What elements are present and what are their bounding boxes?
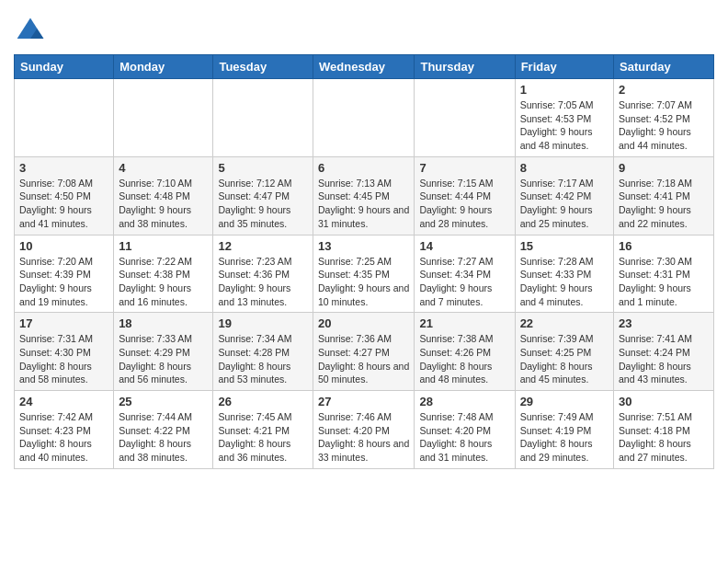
day-info: Sunrise: 7:28 AMSunset: 4:33 PMDaylight:… xyxy=(520,255,609,309)
calendar-cell xyxy=(313,79,415,157)
day-number: 10 xyxy=(19,239,108,253)
day-number: 15 xyxy=(520,239,609,253)
day-number: 7 xyxy=(419,161,509,175)
day-number: 22 xyxy=(520,316,609,330)
calendar-week-row: 24Sunrise: 7:42 AMSunset: 4:23 PMDayligh… xyxy=(15,391,714,469)
day-info: Sunrise: 7:39 AMSunset: 4:25 PMDaylight:… xyxy=(520,332,609,386)
day-info: Sunrise: 7:13 AMSunset: 4:45 PMDaylight:… xyxy=(318,177,409,231)
day-info: Sunrise: 7:44 AMSunset: 4:22 PMDaylight:… xyxy=(119,410,208,465)
calendar-cell: 18Sunrise: 7:33 AMSunset: 4:29 PMDayligh… xyxy=(114,313,213,391)
day-number: 23 xyxy=(619,316,709,330)
logo xyxy=(14,14,51,47)
day-info: Sunrise: 7:20 AMSunset: 4:39 PMDaylight:… xyxy=(19,255,108,309)
day-info: Sunrise: 7:31 AMSunset: 4:30 PMDaylight:… xyxy=(19,332,108,386)
calendar-week-row: 3Sunrise: 7:08 AMSunset: 4:50 PMDaylight… xyxy=(15,156,714,235)
calendar-cell: 26Sunrise: 7:45 AMSunset: 4:21 PMDayligh… xyxy=(213,391,313,469)
day-info: Sunrise: 7:05 AMSunset: 4:53 PMDaylight:… xyxy=(520,98,609,153)
day-info: Sunrise: 7:27 AMSunset: 4:34 PMDaylight:… xyxy=(419,255,509,309)
day-info: Sunrise: 7:07 AMSunset: 4:52 PMDaylight:… xyxy=(619,98,709,153)
day-number: 3 xyxy=(19,161,108,175)
day-number: 5 xyxy=(218,161,308,175)
day-info: Sunrise: 7:22 AMSunset: 4:38 PMDaylight:… xyxy=(119,255,208,309)
calendar-cell: 11Sunrise: 7:22 AMSunset: 4:38 PMDayligh… xyxy=(114,235,213,313)
day-number: 1 xyxy=(520,83,609,97)
day-number: 28 xyxy=(419,395,509,408)
calendar-cell: 7Sunrise: 7:15 AMSunset: 4:44 PMDaylight… xyxy=(415,156,515,235)
day-number: 17 xyxy=(19,316,108,330)
calendar-cell: 10Sunrise: 7:20 AMSunset: 4:39 PMDayligh… xyxy=(15,235,114,313)
page-header xyxy=(14,9,714,47)
calendar-cell: 1Sunrise: 7:05 AMSunset: 4:53 PMDaylight… xyxy=(515,79,613,157)
day-number: 27 xyxy=(318,395,409,408)
calendar-table: SundayMondayTuesdayWednesdayThursdayFrid… xyxy=(14,54,714,469)
day-number: 29 xyxy=(520,395,609,408)
calendar-header-thursday: Thursday xyxy=(415,55,515,79)
day-number: 2 xyxy=(619,83,709,97)
calendar-cell: 16Sunrise: 7:30 AMSunset: 4:31 PMDayligh… xyxy=(614,235,714,313)
day-info: Sunrise: 7:23 AMSunset: 4:36 PMDaylight:… xyxy=(218,255,308,309)
day-info: Sunrise: 7:36 AMSunset: 4:27 PMDaylight:… xyxy=(318,332,409,386)
calendar-cell xyxy=(15,79,114,157)
calendar-cell: 19Sunrise: 7:34 AMSunset: 4:28 PMDayligh… xyxy=(213,313,313,391)
day-number: 24 xyxy=(19,395,108,408)
logo-icon xyxy=(14,14,47,47)
calendar-cell: 28Sunrise: 7:48 AMSunset: 4:20 PMDayligh… xyxy=(415,391,515,469)
calendar-week-row: 1Sunrise: 7:05 AMSunset: 4:53 PMDaylight… xyxy=(15,79,714,157)
calendar-header-friday: Friday xyxy=(515,55,613,79)
calendar-cell: 6Sunrise: 7:13 AMSunset: 4:45 PMDaylight… xyxy=(313,156,415,235)
calendar-cell: 5Sunrise: 7:12 AMSunset: 4:47 PMDaylight… xyxy=(213,156,313,235)
day-info: Sunrise: 7:46 AMSunset: 4:20 PMDaylight:… xyxy=(318,410,409,465)
day-info: Sunrise: 7:51 AMSunset: 4:18 PMDaylight:… xyxy=(619,410,709,465)
calendar-header-row: SundayMondayTuesdayWednesdayThursdayFrid… xyxy=(15,55,714,79)
day-info: Sunrise: 7:38 AMSunset: 4:26 PMDaylight:… xyxy=(419,332,509,386)
calendar-cell: 21Sunrise: 7:38 AMSunset: 4:26 PMDayligh… xyxy=(415,313,515,391)
day-number: 11 xyxy=(119,239,208,253)
calendar-cell: 12Sunrise: 7:23 AMSunset: 4:36 PMDayligh… xyxy=(213,235,313,313)
day-number: 4 xyxy=(119,161,208,175)
calendar-cell: 9Sunrise: 7:18 AMSunset: 4:41 PMDaylight… xyxy=(614,156,714,235)
day-number: 18 xyxy=(119,316,208,330)
calendar-cell: 23Sunrise: 7:41 AMSunset: 4:24 PMDayligh… xyxy=(614,313,714,391)
day-number: 13 xyxy=(318,239,409,253)
day-info: Sunrise: 7:34 AMSunset: 4:28 PMDaylight:… xyxy=(218,332,308,386)
day-number: 26 xyxy=(218,395,308,408)
calendar-cell: 25Sunrise: 7:44 AMSunset: 4:22 PMDayligh… xyxy=(114,391,213,469)
calendar-cell: 30Sunrise: 7:51 AMSunset: 4:18 PMDayligh… xyxy=(614,391,714,469)
day-number: 16 xyxy=(619,239,709,253)
calendar-cell: 13Sunrise: 7:25 AMSunset: 4:35 PMDayligh… xyxy=(313,235,415,313)
calendar-cell xyxy=(415,79,515,157)
day-info: Sunrise: 7:17 AMSunset: 4:42 PMDaylight:… xyxy=(520,177,609,231)
day-info: Sunrise: 7:25 AMSunset: 4:35 PMDaylight:… xyxy=(318,255,409,309)
day-number: 25 xyxy=(119,395,208,408)
calendar-cell: 14Sunrise: 7:27 AMSunset: 4:34 PMDayligh… xyxy=(415,235,515,313)
day-number: 8 xyxy=(520,161,609,175)
calendar-cell: 22Sunrise: 7:39 AMSunset: 4:25 PMDayligh… xyxy=(515,313,613,391)
day-info: Sunrise: 7:15 AMSunset: 4:44 PMDaylight:… xyxy=(419,177,509,231)
calendar-cell: 29Sunrise: 7:49 AMSunset: 4:19 PMDayligh… xyxy=(515,391,613,469)
day-number: 14 xyxy=(419,239,509,253)
calendar-header-saturday: Saturday xyxy=(614,55,714,79)
day-number: 20 xyxy=(318,316,409,330)
day-info: Sunrise: 7:33 AMSunset: 4:29 PMDaylight:… xyxy=(119,332,208,386)
calendar-header-tuesday: Tuesday xyxy=(213,55,313,79)
calendar-cell: 24Sunrise: 7:42 AMSunset: 4:23 PMDayligh… xyxy=(15,391,114,469)
day-number: 19 xyxy=(218,316,308,330)
calendar-cell: 3Sunrise: 7:08 AMSunset: 4:50 PMDaylight… xyxy=(15,156,114,235)
day-number: 9 xyxy=(619,161,709,175)
calendar-week-row: 17Sunrise: 7:31 AMSunset: 4:30 PMDayligh… xyxy=(15,313,714,391)
day-info: Sunrise: 7:48 AMSunset: 4:20 PMDaylight:… xyxy=(419,410,509,465)
calendar-cell xyxy=(213,79,313,157)
day-info: Sunrise: 7:08 AMSunset: 4:50 PMDaylight:… xyxy=(19,177,108,231)
day-info: Sunrise: 7:49 AMSunset: 4:19 PMDaylight:… xyxy=(520,410,609,465)
calendar-header-wednesday: Wednesday xyxy=(313,55,415,79)
calendar-week-row: 10Sunrise: 7:20 AMSunset: 4:39 PMDayligh… xyxy=(15,235,714,313)
calendar-cell: 8Sunrise: 7:17 AMSunset: 4:42 PMDaylight… xyxy=(515,156,613,235)
day-info: Sunrise: 7:18 AMSunset: 4:41 PMDaylight:… xyxy=(619,177,709,231)
day-info: Sunrise: 7:10 AMSunset: 4:48 PMDaylight:… xyxy=(119,177,208,231)
day-number: 30 xyxy=(619,395,709,408)
day-info: Sunrise: 7:12 AMSunset: 4:47 PMDaylight:… xyxy=(218,177,308,231)
calendar-cell: 17Sunrise: 7:31 AMSunset: 4:30 PMDayligh… xyxy=(15,313,114,391)
calendar-cell: 20Sunrise: 7:36 AMSunset: 4:27 PMDayligh… xyxy=(313,313,415,391)
calendar-cell: 2Sunrise: 7:07 AMSunset: 4:52 PMDaylight… xyxy=(614,79,714,157)
calendar-header-sunday: Sunday xyxy=(15,55,114,79)
